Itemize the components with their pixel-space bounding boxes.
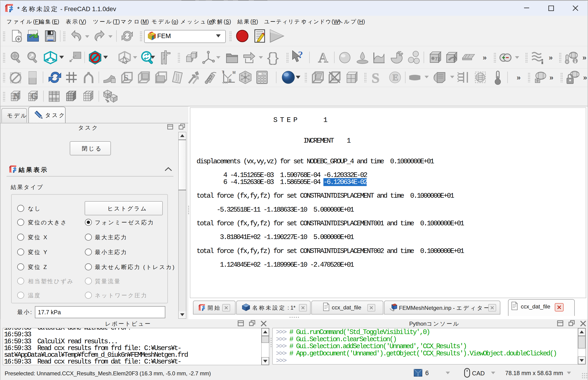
svg-text:B: B [229, 78, 232, 82]
svg-text:M: M [232, 71, 236, 75]
svg-text:f(x): f(x) [262, 73, 265, 75]
svg-text:S: S [124, 73, 129, 83]
svg-text:A: A [318, 51, 328, 64]
svg-text:N: N [14, 91, 20, 101]
svg-text:?: ? [298, 50, 303, 60]
svg-text:T: T [222, 70, 224, 74]
svg-text:T1: T1 [435, 57, 440, 61]
svg-text:G: G [31, 91, 38, 101]
svg-text:E: E [392, 73, 398, 82]
